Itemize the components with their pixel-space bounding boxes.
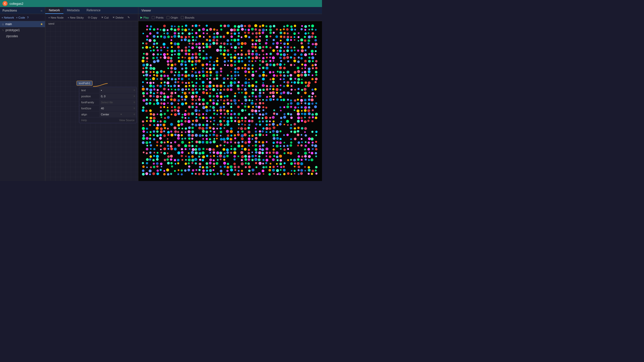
properties-panel: text • ≡ position 0, 0 ≡ fontFamil [79,87,137,123]
main-layout: Functions « + Network + Code ? ⌂ main ★ … [0,7,322,181]
tab-metadata[interactable]: Metadata [63,7,83,14]
props-row-text: text • ≡ [79,87,137,93]
sidebar-item-label: main [5,22,12,26]
props-row-fontfamily: fontFamily Select file ≡ [79,99,137,105]
props-footer: Help View Source [79,117,137,123]
bounds-checkbox-box [181,16,184,19]
cut-icon: ✕ [101,16,103,19]
home-icon: ⌂ [2,22,4,26]
props-value-position[interactable]: 0, 0 ≡ [99,94,137,99]
sidebar-item-prototype1[interactable]: ✎ prototype1 [0,27,45,33]
copy-button[interactable]: ⊙ Copy [86,15,99,20]
bounds-label: Bounds [185,16,194,19]
viewer-header: Viewer [138,7,322,14]
points-label: Points [156,16,164,19]
sidebar-header: Functions « [0,7,45,14]
props-value-fontfamily[interactable]: Select file ≡ [99,100,137,105]
bounds-checkbox[interactable]: Bounds [181,16,194,19]
new-sticky-label: New Sticky [70,16,84,19]
expand-text-btn[interactable]: ≡ [134,89,135,92]
sidebar-item-label: prototype1 [6,28,20,32]
cut-button[interactable]: ✕ Cut [100,15,110,20]
props-label-fontsize: fontSize [79,106,99,111]
app-title: collegas2 [10,2,23,6]
points-checkbox[interactable]: Points [152,16,164,19]
new-node-label: New Node [51,16,63,19]
delete-icon: ✕ [112,16,115,19]
viewer-canvas [138,21,322,181]
expand-fontfamily-btn[interactable]: ≡ [134,101,135,104]
play-button[interactable]: ▶ Play [140,16,149,19]
plus-icon: + [68,16,69,19]
tab-network[interactable]: Network [45,7,63,14]
sidebar-item-main[interactable]: ⌂ main ★ [0,21,45,27]
cut-label: Cut [104,16,108,19]
props-row-align: align Center ▾ ≡ [79,111,137,117]
sidebar-toolbar: + Network + Code ? [0,14,45,21]
new-node-button[interactable]: + New Node [47,16,65,20]
sidebar-item-label: zipcodes [2,34,18,38]
help-link[interactable]: Help [81,119,87,122]
origin-label: Origin [171,16,178,19]
props-label-text: text [79,88,99,93]
props-value-text[interactable]: • ≡ [99,88,137,93]
tab-reference[interactable]: Reference [83,7,104,14]
props-row-fontsize: fontSize 40 ≡ [79,105,137,111]
props-label-position: position [79,94,99,99]
origin-checkbox[interactable]: Origin [167,16,178,19]
sidebar: Functions « + Network + Code ? ⌂ main ★ … [0,7,45,181]
copy-icon: ⊙ [88,16,90,19]
points-checkbox-box [152,16,155,19]
edit-icon: ✎ [128,16,130,19]
seed-label: seed [47,21,55,26]
props-row-position: position 0, 0 ≡ [79,93,137,99]
viewer-toolbar: ▶ Play Points Origin Bounds [138,14,322,21]
sidebar-item-zipcodes[interactable]: zipcodes [0,33,45,39]
props-value-fontsize[interactable]: 40 ≡ [99,106,137,111]
center-toolbar: + New Node + New Sticky ⊙ Copy ✕ Cut ✕ D… [45,14,138,21]
new-sticky-button[interactable]: + New Sticky [66,16,85,20]
copy-label: Copy [91,16,97,19]
network-add-button[interactable]: + Network [2,16,14,19]
edit-icon: ✎ [2,29,4,32]
network-canvas[interactable]: seed textPath1 text • ≡ [45,21,138,181]
props-label-align: align [79,112,99,117]
sidebar-collapse-button[interactable]: « [41,9,43,13]
sidebar-items: ⌂ main ★ ✎ prototype1 zipcodes [0,21,45,181]
expand-align-btn[interactable]: ≡ [134,113,135,116]
props-label-fontfamily: fontFamily [79,100,99,105]
props-value-align[interactable]: Center ▾ ≡ [99,112,137,117]
star-icon: ★ [40,22,43,26]
view-source-link[interactable]: View Source [119,119,135,122]
app-logo: C [3,1,8,6]
center-panel: Network Metadata Reference + New Node + … [45,7,138,181]
viewer-title: Viewer [141,9,151,12]
dropdown-align-btn[interactable]: ▾ [120,113,122,116]
code-add-button[interactable]: + Code [16,16,25,19]
sidebar-title: Functions [3,9,17,12]
delete-button[interactable]: ✕ Delete [111,15,125,20]
delete-label: Delete [115,16,124,19]
canvas-node-textpath1[interactable]: textPath1 [76,81,93,86]
origin-checkbox-box [167,16,170,19]
expand-fontsize-btn[interactable]: ≡ [134,107,135,110]
expand-position-btn[interactable]: ≡ [134,95,135,98]
viewer-panel: Viewer ▶ Play Points Origin Bounds [138,7,322,181]
play-label: Play [143,16,149,19]
dots-visualization [138,21,322,181]
edit-icon-button[interactable]: ✎ [126,15,131,20]
help-button[interactable]: ? [27,16,29,19]
play-icon: ▶ [140,16,142,19]
center-tabs: Network Metadata Reference [45,7,138,14]
node-label: textPath1 [79,82,90,85]
titlebar: C collegas2 [0,0,322,7]
plus-icon: + [48,16,50,19]
